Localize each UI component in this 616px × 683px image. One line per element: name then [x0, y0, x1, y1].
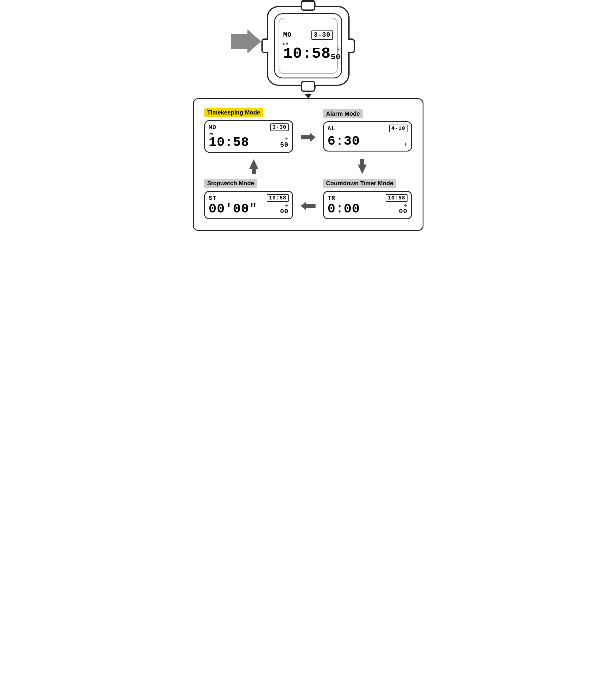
watch-outer: MO 3-30 PM 10:58 ✛ 50	[267, 6, 350, 86]
stopwatch-label: Stopwatch Mode	[204, 179, 257, 188]
watch-mode-code: MO	[283, 31, 292, 39]
watch-display: MO 3-30 PM 10:58 ✛ 50	[279, 18, 338, 74]
st-seconds: 00	[280, 208, 288, 215]
tk-time: 10:58	[209, 136, 249, 149]
svg-marker-2	[249, 159, 258, 174]
cd-time: 0:00	[328, 202, 360, 215]
arrow-left-countdown-stopwatch	[298, 201, 318, 210]
st-compass: ✛	[285, 203, 289, 208]
svg-marker-0	[231, 29, 261, 53]
svg-marker-1	[301, 133, 315, 142]
timekeeping-display: MO 3-30 PM 10:58 ✛ 50	[204, 120, 293, 153]
tk-compass: ✛	[285, 136, 289, 141]
st-time: 00'00"	[209, 202, 257, 215]
svg-marker-4	[301, 201, 315, 210]
top-mode-row: Timekeeping Mode MO 3-30 PM 10:58 ✛ 50	[200, 105, 417, 157]
watch-bottom-lug	[301, 85, 315, 91]
countdown-mode-cell: Countdown Timer Mode TR 10:58 0:00 ✛ 00	[318, 176, 417, 224]
watch-left-lug	[261, 39, 268, 53]
countdown-display: TR 10:58 0:00 ✛ 00	[323, 191, 412, 219]
cd-mode-code: TR	[328, 195, 335, 201]
alarm-mode-cell: Alarm Mode AL 4-10 6:30 ✛	[318, 106, 417, 156]
bottom-mode-row: Stopwatch Mode ST 10:58 00'00" ✛ 00	[200, 176, 417, 224]
gray-arrow-icon	[231, 29, 261, 55]
tk-mode-code: MO	[209, 124, 217, 131]
al-date: 4-10	[389, 125, 407, 132]
al-compass: ✛	[404, 142, 408, 147]
up-arrow-icon	[249, 159, 258, 174]
st-mode-code: ST	[209, 195, 217, 201]
cd-seconds: 00	[399, 208, 407, 215]
watch-top-row: MO 3-30	[283, 30, 333, 40]
arrow-down-cell	[308, 159, 417, 174]
arrow-right-timekeeping-alarm	[298, 133, 318, 142]
timekeeping-label: Timekeeping Mode	[204, 108, 264, 117]
watch-right-lug	[348, 39, 355, 53]
al-time: 6:30	[328, 135, 360, 148]
down-arrow-icon	[358, 159, 367, 174]
stopwatch-mode-cell: Stopwatch Mode ST 10:58 00'00" ✛ 00	[200, 176, 298, 224]
watch-inner-bezel: MO 3-30 PM 10:58 ✛ 50	[274, 13, 342, 79]
cd-compass: ✛	[404, 203, 408, 208]
watch-top-lug	[301, 1, 315, 7]
mode-grid-wrapper: Timekeeping Mode MO 3-30 PM 10:58 ✛ 50	[193, 98, 423, 231]
st-date: 10:58	[267, 194, 288, 202]
watch-seconds: 50	[331, 53, 341, 62]
watch-right-col: ✛ 50	[331, 46, 341, 62]
left-arrow-icon	[301, 201, 315, 210]
cd-date: 10:58	[386, 194, 407, 202]
watch-main-row: 10:58 ✛ 50	[283, 46, 333, 62]
watch-compass-top: ✛	[337, 46, 341, 52]
stopwatch-display: ST 10:58 00'00" ✛ 00	[204, 191, 293, 219]
middle-arrows-row	[200, 159, 417, 174]
pointer-triangle	[305, 94, 312, 98]
right-arrow-icon	[301, 133, 315, 142]
al-mode-code: AL	[328, 125, 335, 132]
countdown-label: Countdown Timer Mode	[323, 179, 396, 188]
watch-main-time: 10:58	[283, 46, 331, 62]
tk-seconds: 50	[280, 142, 288, 149]
top-watch-area: MO 3-30 PM 10:58 ✛ 50	[267, 6, 350, 98]
page-container: MO 3-30 PM 10:58 ✛ 50	[193, 6, 423, 231]
alarm-label: Alarm Mode	[323, 109, 363, 119]
watch-date: 3-30	[311, 30, 333, 40]
tk-date: 3-30	[270, 123, 288, 131]
alarm-display: AL 4-10 6:30 ✛	[323, 121, 412, 151]
svg-marker-3	[358, 159, 367, 174]
timekeeping-mode-cell: Timekeeping Mode MO 3-30 PM 10:58 ✛ 50	[200, 105, 298, 157]
arrow-up-cell	[200, 159, 308, 174]
